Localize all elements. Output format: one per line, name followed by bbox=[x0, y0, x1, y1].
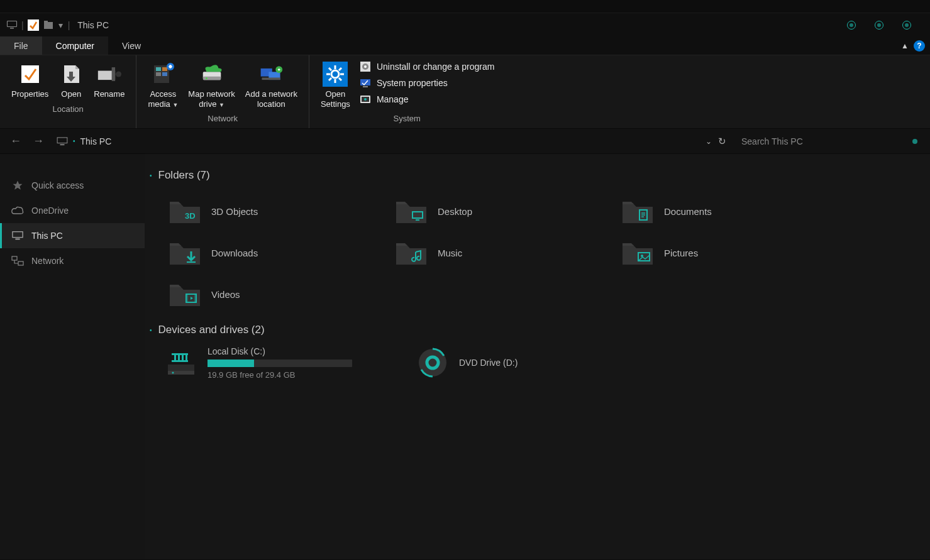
manage-button[interactable]: Manage bbox=[359, 93, 495, 106]
svg-rect-37 bbox=[12, 256, 17, 260]
svg-rect-43 bbox=[187, 261, 196, 263]
access-media-button[interactable]: Access media ▼ bbox=[143, 59, 183, 111]
sysprops-label: System properties bbox=[377, 78, 448, 88]
back-button[interactable]: ← bbox=[6, 132, 25, 151]
sidebar-item-onedrive[interactable]: OneDrive bbox=[0, 198, 145, 223]
ribbon-controls: ▲ ? bbox=[901, 36, 930, 55]
group-label-network: Network bbox=[143, 111, 302, 127]
content-area: • Folders (7) 3D 3D Objects Desktop Docu… bbox=[145, 154, 930, 559]
svg-point-51 bbox=[172, 372, 174, 374]
properties-icon bbox=[18, 62, 43, 87]
this-pc-icon bbox=[57, 136, 68, 147]
forward-button[interactable]: → bbox=[29, 132, 48, 151]
group-label-system: System bbox=[316, 111, 499, 127]
folder-item[interactable]: Downloads bbox=[163, 232, 390, 273]
collapse-icon: • bbox=[150, 327, 152, 334]
tab-computer[interactable]: Computer bbox=[42, 36, 108, 55]
drive-item[interactable]: DVD Drive (D:) bbox=[415, 345, 641, 380]
uninstall-program-button[interactable]: Uninstall or change a program bbox=[359, 60, 495, 73]
address-bar[interactable]: • This PC ⌄ ↻ bbox=[52, 132, 731, 151]
add-location-icon bbox=[258, 62, 284, 87]
svg-rect-12 bbox=[162, 67, 167, 71]
map-network-drive-button[interactable]: Map network drive ▼ bbox=[183, 59, 240, 111]
drive-item[interactable]: Local Disk (C:)19.9 GB free of 29.4 GB bbox=[163, 345, 390, 380]
collapse-icon: • bbox=[150, 172, 152, 179]
folder-item[interactable]: Desktop bbox=[390, 190, 616, 232]
maximize-button[interactable] bbox=[875, 21, 883, 30]
folder-item[interactable]: Videos bbox=[163, 273, 390, 315]
properties-button[interactable]: Properties bbox=[6, 59, 53, 102]
svg-rect-57 bbox=[172, 360, 188, 362]
folder-icon bbox=[394, 238, 429, 267]
folder-label: 3D Objects bbox=[211, 206, 258, 217]
group-label-location: Location bbox=[6, 102, 130, 118]
network-icon bbox=[11, 255, 24, 267]
nav-bar: ← → • This PC ⌄ ↻ Search This PC bbox=[0, 129, 930, 154]
folder-item[interactable]: Music bbox=[390, 232, 616, 273]
uninstall-label: Uninstall or change a program bbox=[377, 62, 495, 72]
system-properties-button[interactable]: System properties bbox=[359, 77, 495, 89]
refresh-icon[interactable]: ↻ bbox=[718, 136, 726, 147]
address-text: This PC bbox=[80, 136, 112, 146]
open-settings-button[interactable]: Open Settings bbox=[316, 59, 355, 111]
caret-icon: ▼ bbox=[172, 102, 178, 108]
svg-rect-2 bbox=[28, 19, 39, 31]
rename-button[interactable]: Rename bbox=[89, 59, 130, 102]
tab-view[interactable]: View bbox=[108, 36, 155, 55]
svg-rect-28 bbox=[360, 79, 370, 85]
breadcrumb-bullet: • bbox=[73, 138, 75, 145]
ribbon: Properties Open Rename Location bbox=[0, 55, 930, 129]
dropdown-quick-icon[interactable]: ▾ bbox=[58, 21, 64, 30]
caret-icon: ▼ bbox=[219, 102, 224, 108]
svg-rect-47 bbox=[186, 294, 188, 302]
new-folder-quick-icon[interactable] bbox=[43, 21, 54, 30]
folder-icon: 3D bbox=[167, 197, 202, 226]
minimize-button[interactable] bbox=[847, 21, 856, 30]
sidebar-item-network[interactable]: Network bbox=[0, 248, 145, 273]
svg-rect-14 bbox=[162, 72, 167, 76]
open-button[interactable]: Open bbox=[53, 59, 89, 102]
folder-icon bbox=[620, 197, 655, 226]
folder-label: Documents bbox=[664, 206, 712, 217]
collapse-ribbon-icon[interactable]: ▲ bbox=[901, 41, 909, 50]
folder-label: Desktop bbox=[438, 206, 472, 217]
svg-rect-4 bbox=[44, 21, 48, 23]
svg-rect-41 bbox=[416, 219, 419, 221]
rename-icon bbox=[97, 62, 122, 87]
dvd-icon bbox=[415, 345, 450, 380]
svg-text:3D: 3D bbox=[185, 211, 196, 221]
folder-item[interactable]: Documents bbox=[616, 190, 843, 232]
cloud-icon bbox=[11, 204, 24, 217]
title-bar-left: | ▾ | This PC bbox=[6, 20, 109, 30]
sidebar-item-this-pc[interactable]: This PC bbox=[0, 223, 145, 248]
sidebar-item-quick-access[interactable]: Quick access bbox=[0, 173, 145, 198]
map-drive-label: Map network drive ▼ bbox=[188, 89, 235, 109]
address-history-icon[interactable]: ⌄ bbox=[706, 137, 712, 146]
search-box[interactable]: Search This PC bbox=[735, 132, 924, 151]
manage-icon bbox=[359, 93, 372, 106]
ribbon-tabs: File Computer View ▲ ? bbox=[0, 36, 930, 55]
close-button[interactable] bbox=[902, 21, 911, 30]
add-network-location-button[interactable]: Add a network location bbox=[240, 59, 302, 111]
folder-label: Videos bbox=[211, 289, 240, 300]
section-folders[interactable]: • Folders (7) bbox=[145, 167, 930, 184]
hdd-icon bbox=[163, 345, 199, 380]
svg-rect-9 bbox=[115, 74, 118, 75]
drive-name: Local Disk (C:) bbox=[208, 346, 352, 356]
section-drives[interactable]: • Devices and drives (2) bbox=[145, 321, 930, 339]
svg-rect-40 bbox=[412, 212, 423, 218]
access-media-label: Access media ▼ bbox=[148, 89, 178, 109]
sidebar-item-label: This PC bbox=[31, 231, 63, 241]
svg-rect-34 bbox=[60, 144, 65, 145]
help-icon[interactable]: ? bbox=[914, 40, 925, 52]
svg-rect-56 bbox=[172, 353, 188, 355]
folder-label: Music bbox=[438, 248, 462, 258]
svg-rect-36 bbox=[15, 239, 19, 240]
svg-rect-38 bbox=[18, 261, 23, 265]
folder-item[interactable]: 3D 3D Objects bbox=[163, 190, 390, 232]
folder-item[interactable]: Pictures bbox=[616, 232, 843, 273]
separator: | bbox=[68, 20, 70, 30]
sidebar: Quick access OneDrive This PC Network bbox=[0, 154, 145, 559]
tab-file[interactable]: File bbox=[0, 36, 42, 55]
properties-quick-icon[interactable] bbox=[28, 21, 39, 30]
